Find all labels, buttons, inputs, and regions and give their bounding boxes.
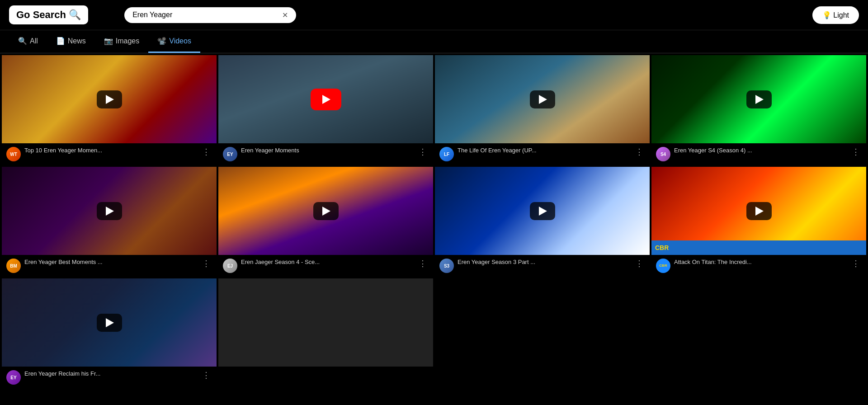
- video-card-2[interactable]: EY Eren Yeager Moments ⋮: [218, 55, 433, 165]
- video-card-9[interactable]: EY Eren Yeager Reclaim his Fr... ⋮: [2, 278, 217, 388]
- video-title-7: Eren Yeager Season 3 Part ...: [458, 259, 630, 266]
- logo-button[interactable]: Go Search 🔍: [9, 5, 88, 24]
- video-title-6: Eren Jaeger Season 4 - Sce...: [241, 259, 413, 266]
- channel-avatar-6: EJ: [223, 259, 237, 273]
- more-options-button-3[interactable]: ⋮: [633, 147, 645, 157]
- play-button[interactable]: [97, 314, 122, 332]
- video-thumbnail-10: [218, 278, 433, 367]
- video-info-5: BM Eren Yeager Best Moments ... ⋮: [2, 255, 217, 277]
- more-options-button-8[interactable]: ⋮: [850, 259, 862, 268]
- play-button[interactable]: [746, 202, 772, 220]
- channel-avatar-2: EY: [223, 147, 237, 161]
- channel-avatar-5: BM: [6, 259, 21, 273]
- play-button-yt[interactable]: [311, 89, 341, 110]
- tab-images-label: Images: [116, 37, 139, 45]
- video-title-1: Top 10 Eren Yeager Momen...: [24, 147, 197, 155]
- video-card-3[interactable]: LF The Life Of Eren Yeager (UP... ⋮: [435, 55, 650, 165]
- video-info-4: S4 Eren Yeager S4 (Season 4) ... ⋮: [651, 143, 866, 165]
- tab-videos[interactable]: 📽️ Videos: [148, 30, 200, 53]
- theme-toggle-button[interactable]: 💡 Light: [812, 6, 859, 24]
- nav-tabs: 🔍 All 📄 News 📷 Images 📽️ Videos: [0, 30, 868, 53]
- tab-images[interactable]: 📷 Images: [95, 30, 148, 53]
- video-info-2: EY Eren Yeager Moments ⋮: [218, 143, 433, 165]
- video-card-8[interactable]: CBR CBR Attack On Titan: The Incredi... …: [651, 167, 866, 277]
- videos-icon: 📽️: [157, 37, 166, 45]
- news-icon: 📄: [56, 37, 65, 45]
- video-title-9: Eren Yeager Reclaim his Fr...: [24, 370, 197, 378]
- search-bar: ✕: [124, 7, 296, 23]
- video-thumbnail-1: [2, 55, 217, 143]
- video-thumbnail-7: [435, 167, 650, 255]
- video-title-2: Eren Yeager Moments: [241, 147, 413, 155]
- more-options-button-4[interactable]: ⋮: [850, 147, 862, 157]
- video-card-5[interactable]: BM Eren Yeager Best Moments ... ⋮: [2, 167, 217, 277]
- more-options-button-1[interactable]: ⋮: [200, 147, 212, 157]
- tab-news-label: News: [68, 37, 86, 45]
- channel-avatar-3: LF: [439, 147, 454, 161]
- video-info-3: LF The Life Of Eren Yeager (UP... ⋮: [435, 143, 650, 165]
- channel-avatar-1: WT: [6, 147, 21, 161]
- tab-news[interactable]: 📄 News: [47, 30, 95, 53]
- search-input[interactable]: [132, 11, 278, 19]
- play-button[interactable]: [313, 202, 339, 220]
- video-info-1: WT Top 10 Eren Yeager Momen... ⋮: [2, 143, 217, 165]
- all-icon: 🔍: [18, 37, 27, 45]
- play-button[interactable]: [97, 202, 122, 220]
- video-thumbnail-6: [218, 167, 433, 255]
- channel-avatar-8: CBR: [656, 259, 670, 273]
- channel-avatar-7: S3: [439, 259, 454, 273]
- video-title-8: Attack On Titan: The Incredi...: [674, 259, 846, 266]
- video-info-9: EY Eren Yeager Reclaim his Fr... ⋮: [2, 367, 217, 388]
- video-grid: WT Top 10 Eren Yeager Momen... ⋮ EY Eren…: [0, 53, 868, 390]
- more-options-button-9[interactable]: ⋮: [200, 370, 212, 380]
- play-button[interactable]: [530, 202, 555, 220]
- video-card-4[interactable]: S4 Eren Yeager S4 (Season 4) ... ⋮: [651, 55, 866, 165]
- play-button[interactable]: [97, 90, 122, 108]
- channel-avatar-9: EY: [6, 370, 21, 385]
- video-title-5: Eren Yeager Best Moments ...: [24, 259, 197, 266]
- video-thumbnail-9: [2, 278, 217, 367]
- video-thumbnail-5: [2, 167, 217, 255]
- images-icon: 📷: [104, 37, 113, 45]
- video-info-6: EJ Eren Jaeger Season 4 - Sce... ⋮: [218, 255, 433, 277]
- header: Go Search 🔍 ✕ 💡 Light: [0, 0, 868, 30]
- more-options-button-5[interactable]: ⋮: [200, 259, 212, 268]
- video-card-6[interactable]: EJ Eren Jaeger Season 4 - Sce... ⋮: [218, 167, 433, 277]
- more-options-button-6[interactable]: ⋮: [417, 259, 429, 268]
- more-options-button-7[interactable]: ⋮: [633, 259, 645, 268]
- channel-avatar-4: S4: [656, 147, 670, 161]
- video-title-4: Eren Yeager S4 (Season 4) ...: [674, 147, 846, 155]
- tab-videos-label: Videos: [169, 37, 191, 45]
- tab-all-label: All: [30, 37, 38, 45]
- video-card-10[interactable]: [218, 278, 433, 388]
- video-card-7[interactable]: S3 Eren Yeager Season 3 Part ... ⋮: [435, 167, 650, 277]
- video-card-1[interactable]: WT Top 10 Eren Yeager Momen... ⋮: [2, 55, 217, 165]
- video-thumbnail-3: [435, 55, 650, 143]
- video-thumbnail-2: [218, 55, 433, 143]
- more-options-button-2[interactable]: ⋮: [417, 147, 429, 157]
- video-thumbnail-4: [651, 55, 866, 143]
- tab-all[interactable]: 🔍 All: [9, 30, 47, 53]
- play-button[interactable]: [530, 90, 555, 108]
- clear-button[interactable]: ✕: [282, 11, 288, 19]
- video-title-3: The Life Of Eren Yeager (UP...: [458, 147, 630, 155]
- video-info-8: CBR Attack On Titan: The Incredi... ⋮: [651, 255, 866, 277]
- video-info-7: S3 Eren Yeager Season 3 Part ... ⋮: [435, 255, 650, 277]
- play-button[interactable]: [746, 90, 772, 108]
- video-thumbnail-8: CBR: [651, 167, 866, 255]
